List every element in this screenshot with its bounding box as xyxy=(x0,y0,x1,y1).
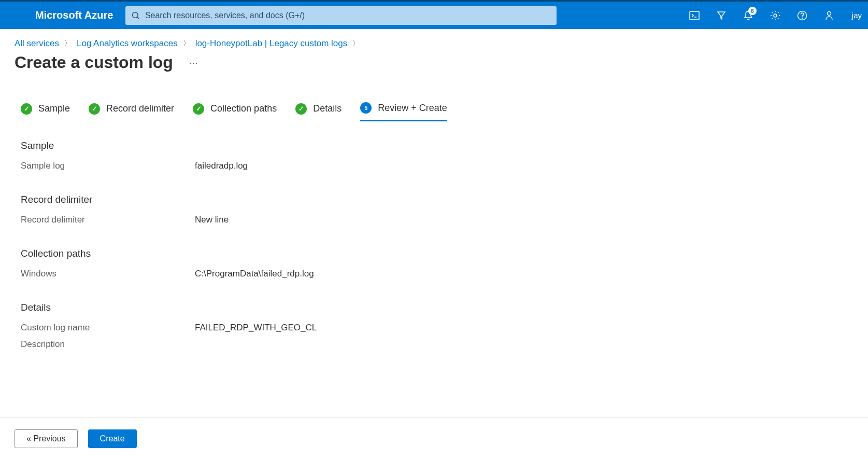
section-title: Sample xyxy=(21,140,487,151)
row-value: FAILED_RDP_WITH_GEO_CL xyxy=(195,323,317,333)
previous-button[interactable]: « Previous xyxy=(15,429,78,448)
breadcrumb-link[interactable]: log-HoneypotLab | Legacy custom logs xyxy=(195,38,348,49)
svg-point-10 xyxy=(827,11,831,15)
help-icon[interactable] xyxy=(789,2,816,29)
detail-row: Windows C:\ProgramData\failed_rdp.log xyxy=(21,269,487,279)
section-title: Details xyxy=(21,302,487,313)
search-input[interactable] xyxy=(145,11,551,20)
step-label: Sample xyxy=(38,103,70,114)
breadcrumb-link[interactable]: Log Analytics workspaces xyxy=(77,38,178,49)
step-review-create[interactable]: 5 Review + Create xyxy=(360,102,447,121)
step-label: Record delimiter xyxy=(106,103,174,114)
check-icon xyxy=(89,103,100,115)
row-label: Description xyxy=(21,339,195,350)
menu-button[interactable] xyxy=(0,2,31,29)
breadcrumb: All services 〉 Log Analytics workspaces … xyxy=(0,29,868,49)
brand-label[interactable]: Microsoft Azure xyxy=(31,9,125,21)
azure-header: Microsoft Azure 6 jay xyxy=(0,0,868,29)
section-record-delimiter: Record delimiter Record delimiter New li… xyxy=(21,194,487,225)
page-title: Create a custom log xyxy=(15,53,173,72)
chevron-right-icon: 〉 xyxy=(352,39,360,48)
row-label: Custom log name xyxy=(21,323,195,333)
notification-badge: 6 xyxy=(748,7,757,15)
section-sample: Sample Sample log failedradp.log xyxy=(21,140,487,171)
section-title: Record delimiter xyxy=(21,194,487,205)
wizard-footer: « Previous Create xyxy=(0,418,868,459)
search-input-container[interactable] xyxy=(125,6,557,25)
chevron-right-icon: 〉 xyxy=(64,39,72,48)
settings-icon[interactable] xyxy=(762,2,789,29)
detail-row: Description xyxy=(21,339,487,350)
search-icon xyxy=(132,11,140,20)
svg-rect-5 xyxy=(690,11,699,20)
user-label[interactable]: jay xyxy=(843,11,868,20)
row-value: C:\ProgramData\failed_rdp.log xyxy=(195,269,314,279)
detail-row: Custom log name FAILED_RDP_WITH_GEO_CL xyxy=(21,323,487,333)
notifications-icon[interactable]: 6 xyxy=(735,2,762,29)
row-value: New line xyxy=(195,215,229,225)
row-label: Windows xyxy=(21,269,195,279)
detail-row: Record delimiter New line xyxy=(21,215,487,225)
directory-filter-icon[interactable] xyxy=(708,2,735,29)
svg-point-9 xyxy=(802,18,802,18)
step-record-delimiter[interactable]: Record delimiter xyxy=(89,102,174,121)
step-collection-paths[interactable]: Collection paths xyxy=(193,102,277,121)
feedback-icon[interactable] xyxy=(816,2,843,29)
step-label: Collection paths xyxy=(210,103,277,114)
step-label: Details xyxy=(313,103,341,114)
check-icon xyxy=(295,103,307,115)
step-sample[interactable]: Sample xyxy=(21,102,70,121)
check-icon xyxy=(21,103,32,115)
step-details[interactable]: Details xyxy=(295,102,341,121)
cloud-shell-icon[interactable] xyxy=(681,2,708,29)
wizard-steps: Sample Record delimiter Collection paths… xyxy=(21,82,868,121)
svg-line-4 xyxy=(137,17,139,19)
header-icons: 6 xyxy=(681,2,843,29)
svg-point-7 xyxy=(774,14,777,17)
check-icon xyxy=(193,103,204,115)
section-collection-paths: Collection paths Windows C:\ProgramData\… xyxy=(21,248,487,279)
create-button[interactable]: Create xyxy=(88,429,137,448)
row-value: failedradp.log xyxy=(195,161,248,171)
row-label: Sample log xyxy=(21,161,195,171)
section-title: Collection paths xyxy=(21,248,487,259)
breadcrumb-link[interactable]: All services xyxy=(15,38,59,49)
chevron-right-icon: 〉 xyxy=(183,39,190,48)
svg-point-3 xyxy=(133,12,138,18)
detail-row: Sample log failedradp.log xyxy=(21,161,487,171)
section-details: Details Custom log name FAILED_RDP_WITH_… xyxy=(21,302,487,350)
step-number-icon: 5 xyxy=(360,102,372,114)
more-actions-icon[interactable]: ⋯ xyxy=(189,57,198,68)
row-label: Record delimiter xyxy=(21,215,195,225)
title-row: Create a custom log ⋯ xyxy=(0,49,868,82)
step-label: Review + Create xyxy=(378,103,447,114)
